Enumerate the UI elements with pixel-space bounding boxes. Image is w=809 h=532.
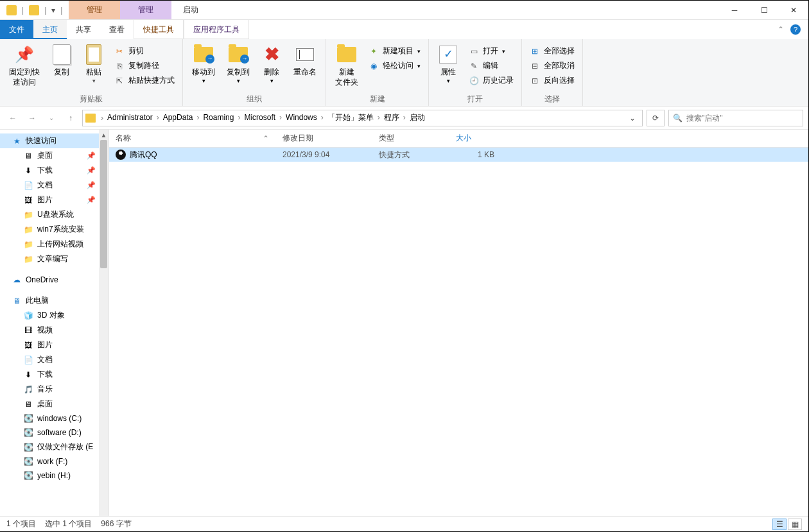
nav-item[interactable]: 📁上传网站视频 bbox=[0, 237, 100, 252]
nav-header[interactable]: ☁OneDrive bbox=[0, 273, 100, 287]
rename-button[interactable]: 重命名 bbox=[290, 42, 320, 80]
nav-item[interactable]: 💽work (F:) bbox=[0, 454, 100, 468]
breadcrumb-item[interactable]: Administrator bbox=[105, 113, 155, 122]
nav-item[interactable]: 💽software (D:) bbox=[0, 425, 100, 440]
address-bar: ← → ⌄ ↑ › Administrator›AppData›Roaming›… bbox=[0, 107, 808, 130]
delete-button[interactable]: ✖ 删除▾ bbox=[257, 42, 286, 87]
search-box[interactable]: 🔍 bbox=[668, 110, 803, 126]
app-icon[interactable] bbox=[6, 5, 17, 15]
nav-item[interactable]: 📁win7系统安装 bbox=[0, 222, 100, 237]
thumbnails-view-button[interactable]: ▦ bbox=[788, 519, 802, 530]
pin-to-quick-access-button[interactable]: 📌 固定到快 速访问 bbox=[5, 42, 44, 90]
tab-home[interactable]: 主页 bbox=[33, 20, 67, 39]
minimize-button[interactable]: ─ bbox=[720, 1, 749, 19]
context-tab-shortcut-tools[interactable]: 管理 bbox=[69, 1, 120, 19]
nav-item[interactable]: ⬇下载📌 bbox=[0, 163, 100, 178]
copy-path-button[interactable]: ⎘复制路径 bbox=[112, 59, 177, 73]
nav-item[interactable]: 🎞视频 bbox=[0, 323, 100, 338]
download-icon: ⬇ bbox=[23, 166, 33, 176]
tab-file[interactable]: 文件 bbox=[0, 20, 33, 39]
chevron-down-icon: ▾ bbox=[502, 48, 505, 55]
nav-item[interactable]: 🖥桌面 bbox=[0, 397, 100, 411]
scroll-thumb[interactable] bbox=[100, 140, 107, 268]
chevron-right-icon[interactable]: › bbox=[402, 113, 407, 122]
file-name: 腾讯QQ bbox=[130, 150, 157, 160]
open-button[interactable]: ▭打开 ▾ bbox=[466, 44, 516, 58]
tab-view[interactable]: 查看 bbox=[100, 20, 134, 39]
nav-scrollbar[interactable]: ▲ ▼ bbox=[99, 130, 109, 530]
cut-button[interactable]: ✂剪切 bbox=[112, 44, 177, 58]
search-input[interactable] bbox=[686, 114, 799, 123]
maximize-button[interactable]: ☐ bbox=[749, 1, 779, 19]
nav-item[interactable]: 💽windows (C:) bbox=[0, 411, 100, 425]
up-button[interactable]: ↑ bbox=[63, 110, 78, 126]
qat-folder-icon[interactable] bbox=[29, 5, 39, 15]
qat-dropdown-icon[interactable]: ▾ bbox=[51, 6, 55, 15]
breadcrumb-item[interactable]: Windows bbox=[283, 113, 320, 122]
properties-button[interactable]: ✓ 属性▾ bbox=[434, 42, 462, 87]
paste-shortcut-button[interactable]: ⇱粘贴快捷方式 bbox=[112, 74, 177, 87]
nav-item[interactable]: 🧊3D 对象 bbox=[0, 308, 100, 323]
select-none-button[interactable]: ⊟全部取消 bbox=[527, 59, 577, 73]
chevron-right-icon[interactable]: › bbox=[376, 113, 381, 122]
new-item-button[interactable]: ✦新建项目 ▾ bbox=[366, 44, 423, 58]
recent-locations-button[interactable]: ⌄ bbox=[44, 110, 59, 126]
history-button[interactable]: 🕘历史记录 bbox=[466, 74, 516, 87]
new-folder-button[interactable]: 新建 文件夹 bbox=[331, 42, 362, 90]
move-to-button[interactable]: 移动到▾ bbox=[188, 42, 219, 87]
address-dropdown-icon[interactable]: ⌄ bbox=[625, 114, 639, 123]
file-type: 快捷方式 bbox=[372, 150, 449, 160]
column-size[interactable]: 大小 bbox=[449, 133, 501, 144]
context-tab-app-tools[interactable]: 管理 bbox=[120, 1, 171, 19]
nav-item[interactable]: 📄文档📌 bbox=[0, 178, 100, 193]
nav-item[interactable]: 🖥桌面📌 bbox=[0, 148, 100, 163]
breadcrumb-bar[interactable]: › Administrator›AppData›Roaming›Microsof… bbox=[82, 110, 643, 126]
scroll-up-icon[interactable]: ▲ bbox=[99, 130, 109, 140]
column-type[interactable]: 类型 bbox=[372, 133, 449, 144]
tab-app-tools[interactable]: 应用程序工具 bbox=[184, 20, 249, 39]
collapse-ribbon-icon[interactable]: ⌃ bbox=[778, 25, 784, 34]
back-button[interactable]: ← bbox=[5, 110, 21, 126]
copy-to-button[interactable]: 复制到▾ bbox=[223, 42, 254, 87]
nav-item[interactable]: 📁U盘装系统 bbox=[0, 207, 100, 222]
video-icon: 🎞 bbox=[23, 325, 33, 336]
breadcrumb-item[interactable]: Microsoft bbox=[241, 113, 278, 122]
nav-item[interactable]: 💽仅做文件存放 (E bbox=[0, 440, 100, 454]
nav-header[interactable]: 🖥此电脑 bbox=[0, 293, 100, 308]
refresh-button[interactable]: ⟳ bbox=[647, 110, 665, 126]
chevron-right-icon[interactable]: › bbox=[100, 114, 105, 123]
edit-button[interactable]: ✎编辑 bbox=[466, 59, 516, 73]
nav-header[interactable]: ★快速访问 bbox=[0, 133, 100, 148]
breadcrumb-item[interactable]: 启动 bbox=[407, 113, 428, 122]
breadcrumb-item[interactable]: 「开始」菜单 bbox=[325, 113, 376, 122]
easy-access-icon: ◉ bbox=[369, 61, 379, 71]
breadcrumb-item[interactable]: Roaming bbox=[200, 113, 236, 122]
nav-item[interactable]: 🎵音乐 bbox=[0, 382, 100, 397]
column-date[interactable]: 修改日期 bbox=[276, 133, 372, 144]
select-all-button[interactable]: ⊞全部选择 bbox=[527, 44, 577, 58]
column-name[interactable]: 名称⌃ bbox=[109, 133, 276, 144]
nav-item[interactable]: 💽yebin (H:) bbox=[0, 468, 100, 483]
tab-shortcut-tools[interactable]: 快捷工具 bbox=[134, 20, 184, 39]
nav-item[interactable]: 📁文章编写 bbox=[0, 252, 100, 266]
paste-button[interactable]: 粘贴 ▾ bbox=[80, 42, 108, 87]
easy-access-button[interactable]: ◉轻松访问 ▾ bbox=[366, 59, 423, 73]
nav-item[interactable]: ⬇下载 bbox=[0, 367, 100, 382]
chevron-right-icon[interactable]: › bbox=[320, 113, 325, 122]
folder-icon: 📁 bbox=[23, 225, 33, 235]
breadcrumb-item[interactable]: 程序 bbox=[381, 113, 402, 122]
help-icon[interactable]: ? bbox=[790, 24, 801, 35]
breadcrumb-item[interactable]: AppData bbox=[161, 113, 196, 122]
chevron-right-icon[interactable]: › bbox=[155, 113, 161, 122]
copy-button[interactable]: 复制 bbox=[48, 42, 76, 80]
details-view-button[interactable]: ☰ bbox=[772, 519, 787, 530]
nav-item[interactable]: 📄文档 bbox=[0, 352, 100, 367]
close-button[interactable]: ✕ bbox=[779, 1, 808, 19]
forward-button[interactable]: → bbox=[24, 110, 40, 126]
nav-item[interactable]: 🖼图片 bbox=[0, 338, 100, 352]
chevron-right-icon[interactable]: › bbox=[278, 113, 283, 122]
file-row[interactable]: 腾讯QQ 2021/3/9 9:04 快捷方式 1 KB bbox=[109, 148, 808, 162]
nav-item[interactable]: 🖼图片📌 bbox=[0, 193, 100, 207]
tab-share[interactable]: 共享 bbox=[67, 20, 100, 39]
invert-selection-button[interactable]: ⊡反向选择 bbox=[527, 74, 577, 87]
